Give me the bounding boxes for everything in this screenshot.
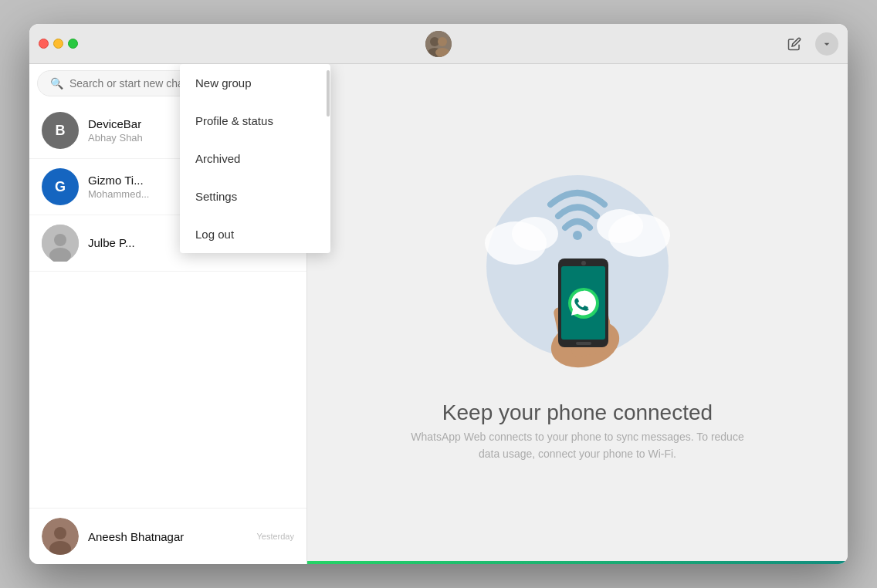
menu-item-profile-status[interactable]: Profile & status <box>180 102 330 140</box>
svg-point-4 <box>435 48 449 57</box>
menu-item-logout[interactable]: Log out <box>180 215 330 253</box>
main-title: Keep your phone connected <box>411 400 743 425</box>
titlebar <box>29 24 848 64</box>
chat-name: Aneesh Bhatnagar <box>88 530 247 543</box>
svg-point-13 <box>512 217 558 251</box>
avatar: G <box>42 168 79 205</box>
main-panel: Keep your phone connected WhatsApp Web c… <box>307 64 848 564</box>
app-window: 🔍 B DeviceBar Abhay Shah <box>29 24 848 564</box>
compose-button[interactable] <box>783 32 806 56</box>
svg-point-16 <box>573 231 582 240</box>
content-area: 🔍 B DeviceBar Abhay Shah <box>29 64 848 564</box>
profile-avatar[interactable] <box>425 31 452 57</box>
bottom-chat-item[interactable]: Aneesh Bhatnagar Yesterday <box>42 515 294 558</box>
bottom-avatar <box>42 518 79 555</box>
main-subtitle: WhatsApp Web connects to your phone to s… <box>411 428 743 463</box>
minimize-button[interactable] <box>53 39 63 49</box>
main-title-container: Keep your phone connected WhatsApp Web c… <box>411 400 743 463</box>
maximize-button[interactable] <box>68 39 78 49</box>
titlebar-center <box>425 31 452 57</box>
menu-button[interactable] <box>815 32 838 56</box>
close-button[interactable] <box>39 39 49 49</box>
chat-info: Aneesh Bhatnagar <box>88 530 247 543</box>
svg-point-2 <box>438 37 447 46</box>
svg-point-24 <box>581 261 586 265</box>
svg-point-15 <box>597 209 643 243</box>
svg-point-9 <box>54 527 66 539</box>
search-icon: 🔍 <box>50 77 63 90</box>
svg-point-6 <box>54 234 66 246</box>
menu-item-new-group[interactable]: New group <box>180 64 330 102</box>
sidebar: 🔍 B DeviceBar Abhay Shah <box>29 64 307 564</box>
phone-illustration <box>469 166 686 382</box>
illustration-area: Keep your phone connected WhatsApp Web c… <box>411 166 743 463</box>
dropdown-menu: New group Profile & status Archived Sett… <box>180 64 330 253</box>
avatar-letter: G <box>55 179 66 195</box>
chat-meta: Yesterday <box>256 532 294 541</box>
chat-time: Yesterday <box>256 532 294 541</box>
menu-item-archived[interactable]: Archived <box>180 140 330 177</box>
scrollbar[interactable] <box>327 70 330 117</box>
titlebar-icons <box>783 32 838 56</box>
traffic-lights <box>39 39 78 49</box>
sidebar-bottom: Aneesh Bhatnagar Yesterday <box>29 508 306 564</box>
avatar <box>42 225 79 262</box>
avatar: B <box>42 112 79 149</box>
menu-item-settings[interactable]: Settings <box>180 177 330 215</box>
svg-rect-25 <box>576 342 591 345</box>
avatar-letter: B <box>56 123 66 139</box>
